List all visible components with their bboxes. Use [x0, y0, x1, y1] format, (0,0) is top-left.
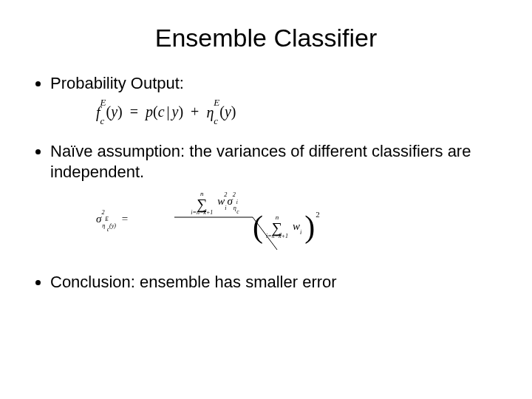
equation-variance: σ2ηEc(y) = n ∑ i=n−k+1 wi2σ2ηic ( n ∑ i=…	[96, 191, 347, 257]
slide-title: Ensemble Classifier	[30, 24, 502, 52]
eq2-lhs: σ2ηEc(y) =	[96, 213, 131, 229]
bullet-list: Probability Output:	[30, 73, 502, 94]
bullet-naive-assumption: Naïve assumption: the variances of diffe…	[50, 141, 502, 182]
bullet-probability-output: Probability Output:	[50, 73, 502, 94]
bullet-list-2: Naïve assumption: the variances of diffe…	[30, 141, 502, 182]
bullet-list-3: Conclusion: ensemble has smaller error	[30, 272, 502, 293]
eq2-denominator: ( n ∑ i=n−k+1 wi )2	[253, 214, 320, 239]
equation-probability-output: fcE(y) = p(c|y) + ηcE(y)	[96, 103, 502, 124]
eq2-numerator: n ∑ i=n−k+1 wi2σ2ηic	[174, 191, 256, 216]
bullet-conclusion: Conclusion: ensemble has smaller error	[50, 272, 502, 293]
